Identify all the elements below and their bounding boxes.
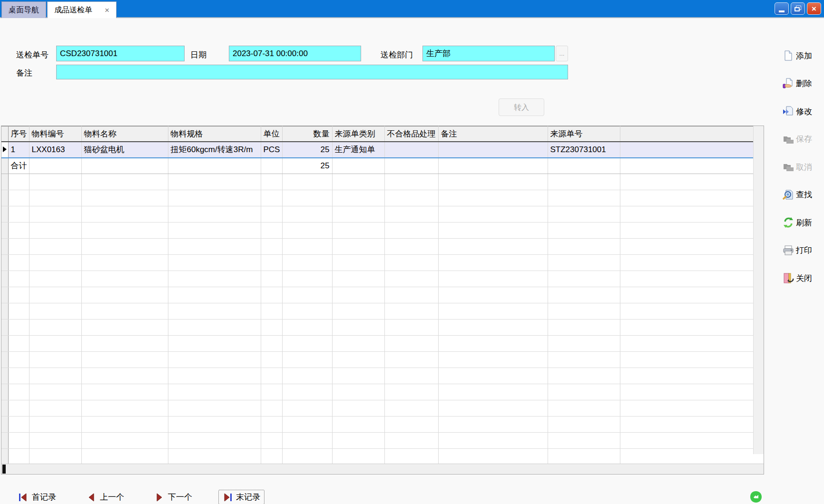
tab-finished-inspection[interactable]: 成品送检单× [47,1,117,18]
last-record-button[interactable]: 末记录 [218,490,265,504]
empty-row[interactable] [1,271,753,287]
empty-row[interactable] [1,320,753,336]
cell-qty[interactable] [282,368,332,384]
cell-remark[interactable] [438,190,548,206]
cell-code[interactable] [29,271,81,287]
cell-code[interactable] [29,255,81,271]
cell-unit[interactable] [261,174,282,190]
cell-unit[interactable] [261,352,282,368]
cell-source_no[interactable] [548,158,620,174]
cell-remark[interactable] [438,142,548,158]
cell-handling[interactable] [384,352,438,368]
cell-source_no[interactable] [548,433,620,449]
cell-source_no[interactable] [548,336,620,352]
cell-seq[interactable] [8,255,29,271]
cell-seq[interactable]: 合计 [8,158,29,174]
cell-code[interactable] [29,158,81,174]
column-header-spec[interactable]: 物料规格 [168,126,261,142]
cell-source_type[interactable] [332,449,384,465]
cell-qty[interactable] [282,303,332,320]
column-header-handling[interactable]: 不合格品处理 [384,126,438,142]
cell-spec[interactable] [168,303,261,320]
cell-name[interactable]: 猫砂盆电机 [81,142,168,158]
cell-seq[interactable] [8,223,29,239]
cell-seq[interactable] [8,190,29,206]
cell-qty[interactable] [282,433,332,449]
cell-qty[interactable] [282,287,332,303]
cell-remark[interactable] [438,417,548,433]
cell-qty[interactable] [282,352,332,368]
cell-remark[interactable] [438,303,548,320]
cell-remark[interactable] [438,158,548,174]
cell-source_type[interactable] [332,174,384,190]
cell-name[interactable] [81,368,168,384]
cell-seq[interactable] [8,368,29,384]
cell-remark[interactable] [438,433,548,449]
cell-name[interactable] [81,303,168,320]
add-button[interactable]: 添加 [783,48,824,64]
cell-unit[interactable] [261,190,282,206]
horizontal-scrollbar[interactable] [1,464,764,474]
cell-qty[interactable] [282,336,332,352]
cell-source_type[interactable] [332,303,384,320]
empty-row[interactable] [1,368,753,384]
cell-seq[interactable] [8,239,29,255]
cell-source_type[interactable] [332,158,384,174]
delete-button[interactable]: 删除 [783,76,824,92]
cell-name[interactable] [81,449,168,465]
cell-name[interactable] [81,206,168,223]
cell-handling[interactable] [384,303,438,320]
print-button[interactable]: 打印 [783,242,824,259]
cell-spec[interactable] [168,336,261,352]
cell-source_type[interactable]: 生产通知单 [332,142,384,158]
cell-remark[interactable] [438,206,548,223]
cell-seq[interactable] [8,271,29,287]
cell-unit[interactable] [261,417,282,433]
cell-source_no[interactable] [548,400,620,417]
empty-row[interactable] [1,336,753,352]
cell-source_type[interactable] [332,352,384,368]
cell-handling[interactable] [384,400,438,417]
vertical-scrollbar[interactable] [753,126,764,454]
column-header-unit[interactable]: 单位 [261,126,282,142]
cell-unit[interactable] [261,336,282,352]
cell-code[interactable]: LXX0163 [29,142,81,158]
cell-source_no[interactable] [548,190,620,206]
cell-handling[interactable] [384,368,438,384]
table-row[interactable]: 1LXX0163猫砂盆电机扭矩60kgcm/转速3R/mPCS25生产通知单ST… [1,142,753,158]
cell-name[interactable] [81,384,168,400]
cell-qty[interactable] [282,223,332,239]
cell-name[interactable] [81,320,168,336]
cell-qty[interactable] [282,255,332,271]
cell-seq[interactable] [8,206,29,223]
cell-source_no[interactable] [548,368,620,384]
prev-record-button[interactable]: 上一个 [82,490,128,504]
cell-handling[interactable] [384,287,438,303]
cell-name[interactable] [81,352,168,368]
cell-handling[interactable] [384,239,438,255]
cell-seq[interactable]: 1 [8,142,29,158]
tab-desktop-nav[interactable]: 桌面导航 [1,1,46,18]
cell-source_type[interactable] [332,400,384,417]
empty-row[interactable] [1,433,753,449]
cell-remark[interactable] [438,239,548,255]
cell-unit[interactable] [261,384,282,400]
close-window-button[interactable]: × [807,2,821,15]
cell-spec[interactable] [168,255,261,271]
cell-name[interactable] [81,158,168,174]
cell-name[interactable] [81,433,168,449]
cell-spec[interactable] [168,223,261,239]
cell-remark[interactable] [438,336,548,352]
cell-source_no[interactable] [548,384,620,400]
transfer-button[interactable]: 转入 [499,98,544,116]
empty-row[interactable] [1,239,753,255]
cell-code[interactable] [29,336,81,352]
cell-source_no[interactable] [548,174,620,190]
empty-row[interactable] [1,449,753,465]
cell-source_type[interactable] [332,336,384,352]
cell-unit[interactable] [261,206,282,223]
cell-qty[interactable] [282,417,332,433]
cell-seq[interactable] [8,400,29,417]
cell-remark[interactable] [438,287,548,303]
cell-handling[interactable] [384,223,438,239]
